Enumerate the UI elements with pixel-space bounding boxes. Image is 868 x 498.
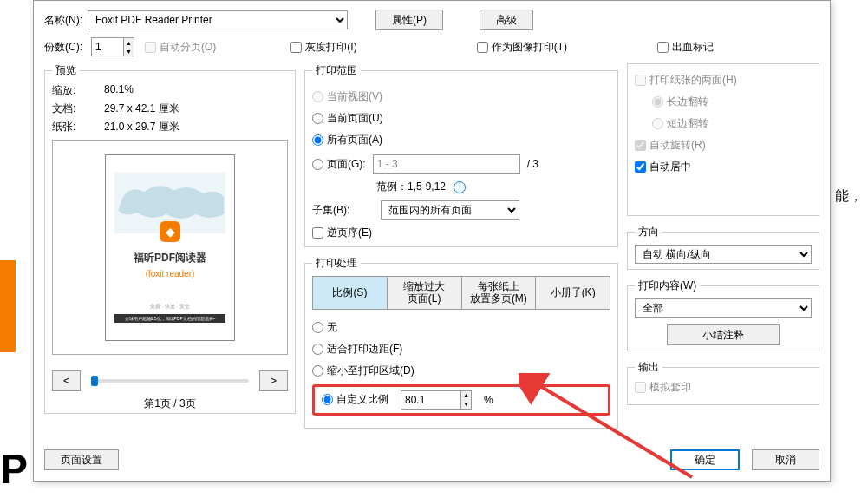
summary-button[interactable]: 小结注释 (667, 324, 780, 345)
long-edge-radio: 长边翻转 (652, 95, 708, 109)
booklet-tab[interactable]: 小册子(K) (536, 277, 610, 309)
grayscale-checkbox[interactable]: 灰度打印(I) (290, 40, 356, 55)
subset-select[interactable]: 范围内的所有页面 (381, 200, 519, 220)
scale-label: 缩放: (52, 83, 104, 98)
preview-page: ◆ 福昕PDF阅读器 (foxit reader) 免费 · 快速 · 安全 全… (105, 154, 235, 341)
short-edge-radio: 短边翻转 (652, 116, 708, 131)
range-example: 范例：1,5-9,12 (376, 180, 446, 193)
auto-rotate-checkbox: 自动旋转(R) (635, 138, 706, 153)
pages-total: / 3 (527, 158, 538, 170)
fit-tab[interactable]: 缩放过大 页面(L) (388, 277, 462, 309)
percent-label: % (484, 394, 493, 406)
printer-select[interactable]: Foxit PDF Reader Printer (88, 10, 348, 29)
scale-tab[interactable]: 比例(S) (313, 277, 388, 309)
page-slider[interactable] (91, 379, 249, 383)
pages-input[interactable] (373, 154, 520, 174)
duplex-fieldset: 打印纸张的两面(H) 长边翻转 短边翻转 自动旋转(R) 自动居中 (627, 63, 819, 216)
scale-value: 80.1% (104, 83, 288, 98)
preview-subtitle: (foxit reader) (146, 269, 195, 278)
output-legend: 输出 (635, 360, 662, 375)
custom-scale-highlight: 自定义比例 ▲▼ % (312, 384, 610, 416)
prev-page-button[interactable]: < (52, 370, 81, 391)
paper-label: 纸张: (52, 120, 104, 134)
fit-margin-radio[interactable]: 适合打印边距(F) (312, 342, 402, 357)
bleed-checkbox[interactable]: 出血标记 (657, 40, 714, 55)
shrink-radio[interactable]: 缩小至打印区域(D) (312, 364, 414, 378)
reverse-checkbox[interactable]: 逆页序(E) (312, 226, 372, 240)
cancel-button[interactable]: 取消 (752, 449, 819, 470)
duplex-checkbox: 打印纸张的两面(H) (635, 73, 737, 88)
ok-button[interactable]: 确定 (670, 449, 740, 470)
copies-spinner[interactable]: ▲▼ (91, 37, 134, 56)
bg-letter: P (0, 445, 28, 493)
simulate-checkbox: 模拟套印 (635, 380, 691, 395)
collate-checkbox: 自动分页(O) (145, 40, 216, 55)
preview-title: 福昕PDF阅读器 (134, 251, 206, 265)
name-label: 名称(N): (44, 13, 82, 28)
doc-value: 29.7 x 42.1 厘米 (104, 102, 288, 116)
range-legend: 打印范围 (312, 63, 361, 78)
page-setup-button[interactable]: 页面设置 (44, 449, 119, 470)
subset-label: 子集(B): (312, 203, 349, 218)
preview-bar: 全球用户超越6.5亿，阅读PDF文档的理想选择~ (114, 314, 225, 323)
print-handling-fieldset: 打印处理 比例(S) 缩放过大 页面(L) 每张纸上 放置多页(M) 小册子(K… (304, 256, 618, 429)
preview-footer: 免费 · 快速 · 安全 (150, 303, 190, 311)
custom-scale-spinner[interactable]: ▲▼ (401, 390, 472, 410)
info-icon[interactable]: i (454, 181, 466, 193)
multi-tab[interactable]: 每张纸上 放置多页(M) (462, 277, 537, 309)
handling-tabs: 比例(S) 缩放过大 页面(L) 每张纸上 放置多页(M) 小册子(K) (312, 276, 610, 310)
output-fieldset: 输出 模拟套印 (627, 360, 819, 405)
advanced-button[interactable]: 高级 (480, 10, 533, 30)
preview-legend: 预览 (52, 63, 80, 78)
foxit-icon: ◆ (160, 221, 180, 242)
orientation-fieldset: 方向 自动 横向/纵向 (627, 225, 819, 270)
print-range-fieldset: 打印范围 当前视图(V) 当前页面(U) 所有页面(A) 页面(G): / 3 … (304, 63, 618, 247)
content-legend: 打印内容(W) (635, 278, 700, 293)
bg-text: 能， (835, 187, 863, 206)
all-pages-radio[interactable]: 所有页面(A) (312, 133, 382, 147)
print-dialog: 名称(N): Foxit PDF Reader Printer 属性(P) 高级… (33, 0, 831, 482)
doc-label: 文档: (52, 102, 104, 116)
copies-label: 份数(C): (44, 40, 82, 55)
properties-button[interactable]: 属性(P) (375, 10, 443, 30)
pager-label: 第1页 / 3页 (52, 396, 288, 411)
next-page-button[interactable]: > (259, 370, 288, 391)
orientation-legend: 方向 (635, 225, 662, 239)
custom-scale-radio[interactable]: 自定义比例 (322, 392, 388, 407)
content-select[interactable]: 全部 (635, 298, 812, 318)
handling-legend: 打印处理 (312, 256, 361, 271)
as-image-checkbox[interactable]: 作为图像打印(T) (477, 40, 567, 55)
content-fieldset: 打印内容(W) 全部 小结注释 (627, 278, 819, 351)
none-radio[interactable]: 无 (312, 320, 337, 335)
orientation-select[interactable]: 自动 横向/纵向 (635, 245, 812, 264)
current-page-radio[interactable]: 当前页面(U) (312, 111, 383, 126)
preview-panel: ◆ 福昕PDF阅读器 (foxit reader) 免费 · 快速 · 安全 全… (52, 140, 288, 355)
paper-value: 21.0 x 29.7 厘米 (104, 120, 288, 134)
current-view-radio: 当前视图(V) (312, 89, 382, 104)
pages-radio[interactable]: 页面(G): (312, 157, 366, 172)
auto-center-checkbox[interactable]: 自动居中 (635, 160, 691, 174)
